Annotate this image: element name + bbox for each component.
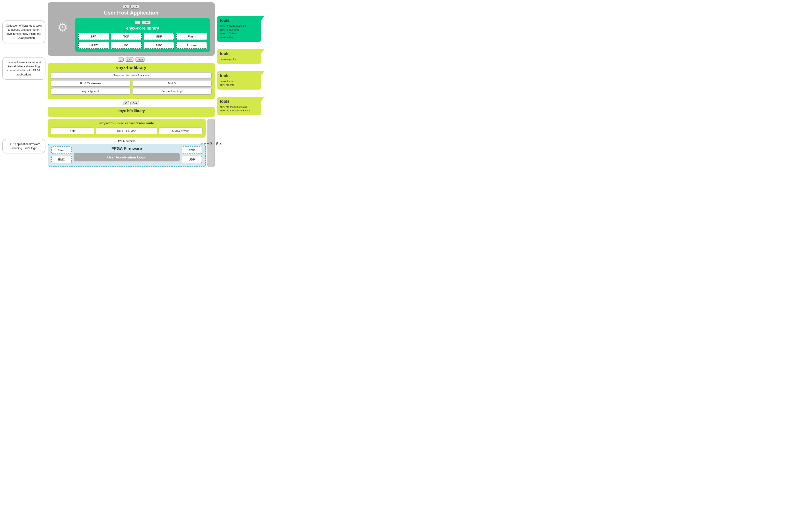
enyx-core-box: C C++ enyx-core library SFP TCP UDP Flas… (75, 18, 210, 52)
fpga-chip-flash: Flash (51, 147, 72, 154)
tools-items-1: enyx-firmware-manager enyx-xupp3r-bmc en… (220, 24, 258, 39)
pci-text: PCI (118, 140, 122, 142)
fpga-right-chips: TCP UDP (181, 147, 202, 163)
hw-mock-bar: HWMock (208, 119, 215, 167)
core-lang-cpp: C++ (142, 20, 151, 24)
tools-title-4: tools (220, 99, 258, 104)
kernel-driver-title: enyx-hfp Linux kernel driver suite (51, 121, 202, 125)
hw-outer-box: enyx-hw library Register discovery & acc… (48, 63, 215, 99)
host-lang-cpp: C++ (131, 4, 139, 8)
tools-items-2: enyx-inspector (220, 57, 258, 61)
kernel-cell-netif: netif (51, 127, 94, 134)
hfp-library-title: enyx-hfp library (51, 109, 212, 113)
hw-cell-rx-tx: Rx & Tx streams (51, 80, 131, 87)
hfp-outer-box: enyx-hfp library (48, 107, 215, 117)
fpga-chip-tcp: TCP (181, 147, 202, 154)
tools-box-1: tools enyx-firmware-manager enyx-xupp3r-… (217, 16, 262, 42)
fpga-left-chips: Flash BMC (51, 147, 72, 163)
hfp-library-section: C C++ enyx-hfp library (48, 101, 215, 117)
user-host-app-box: C C++ User Host Application ⚙ C C++ enyx… (48, 2, 215, 56)
kernel-outer-box: enyx-hfp Linux kernel driver suite netif… (48, 119, 206, 137)
chip-flash: Flash (176, 33, 207, 40)
chip-bmc: BMC (143, 42, 175, 49)
chip-probes: Probes (176, 42, 207, 49)
fpga-inner-layout: Flash BMC FPGA Firmware User Acceleratio… (51, 147, 202, 163)
tools-box-4: tools enyx-hfp-modules-install enyx-hfp-… (217, 97, 262, 115)
kernel-cells-row: netif Rx & Tx DMAs MMIO device (51, 127, 202, 134)
hw-library-section: C C++ Java enyx-hw library Register disc… (48, 58, 215, 99)
hw-cell-mmio: MMIO (132, 80, 212, 87)
hw-lang-c: C (118, 58, 123, 62)
tools-box-3: tools enyx-hfp-stats enyx-hfp-info (217, 71, 262, 90)
chip-i2c: I²C (111, 42, 142, 49)
tools-title-1: tools (220, 18, 258, 23)
tools-box-2: tools enyx-inspector (217, 49, 262, 64)
express-text: EXPRESS (126, 140, 135, 142)
host-lang-c: C (123, 4, 129, 8)
hw-row-hfp: enyx-hfp impl. HW mocking impl. (51, 88, 212, 95)
hfp-lang-c: C (123, 101, 129, 105)
fpga-chip-bmc: BMC (51, 156, 72, 163)
gear-icon: ⚙ (57, 20, 68, 34)
architecture-diagram: Collection of libraries & tools to acces… (2, 2, 262, 167)
chip-tcp: TCP (111, 33, 142, 40)
host-app-lang-badges: C C++ (52, 4, 210, 8)
fpga-center-content: FPGA Firmware User Acceleration Logic (74, 147, 180, 163)
fpga-outer-box: Flash BMC FPGA Firmware User Acceleratio… (48, 144, 206, 167)
hfp-lang-cpp: C++ (131, 101, 139, 105)
note-core-library: Collection of libraries & tools to acces… (2, 20, 45, 43)
hw-mock-label: HWMock (200, 141, 222, 145)
center-diagram: C C++ User Host Application ⚙ C C++ enyx… (48, 2, 215, 167)
left-notes-panel: Collection of libraries & tools to acces… (2, 2, 45, 153)
tools-title-2: tools (220, 51, 258, 56)
fpga-firmware-title: FPGA Firmware (111, 147, 142, 151)
fpga-section: PCI ➤ EXPRESS Flash BMC (48, 139, 206, 167)
hw-row-streams: Rx & Tx streams MMIO (51, 80, 212, 87)
hw-lang-cpp: C++ (125, 58, 134, 62)
note-hw-library: Base software libraries and kernel drive… (2, 57, 45, 80)
gear-area: ⚙ (52, 18, 73, 34)
kernel-cell-mmio: MMIO device (159, 127, 202, 134)
chip-uart: UART (78, 42, 109, 49)
note-fpga: FPGA application firmware, including use… (2, 139, 45, 153)
core-lang-badges: C C++ (78, 20, 207, 24)
right-tools-panel: tools enyx-firmware-manager enyx-xupp3r-… (217, 2, 262, 115)
user-acceleration-logic: User Acceleration Logic (74, 153, 180, 162)
hw-lang-java: Java (135, 58, 145, 62)
hw-cell-hfp-impl: enyx-hfp impl. (51, 88, 131, 95)
kernel-cell-dma: Rx & Tx DMAs (96, 127, 157, 134)
core-lang-c: C (135, 20, 140, 24)
kernel-hwmock-row: enyx-hfp Linux kernel driver suite netif… (48, 119, 215, 167)
hw-cell-hw-mocking: HW mocking impl. (132, 88, 212, 95)
hw-row-register: Register discovery & access (51, 72, 212, 79)
pci-arrow-icon: ➤ (123, 139, 125, 143)
hw-library-title: enyx-hw library (51, 65, 212, 70)
tools-items-3: enyx-hfp-stats enyx-hfp-info (220, 79, 258, 87)
tools-items-4: enyx-hfp-modules-install enyx-hfp-module… (220, 105, 258, 113)
host-app-title: User Host Application (52, 10, 210, 16)
hfp-lang-badges: C C++ (48, 101, 215, 105)
host-inner-layout: ⚙ C C++ enyx-core library SFP TCP UDP Fl… (52, 18, 210, 52)
hw-lang-badges: C C++ Java (48, 58, 215, 62)
pci-express-logo: PCI ➤ EXPRESS (48, 139, 206, 143)
core-chips-grid: SFP TCP UDP Flash UART I²C BMC Probes (78, 33, 207, 49)
fpga-chip-udp: UDP (181, 156, 202, 163)
tools-title-3: tools (220, 73, 258, 78)
core-library-title: enyx-core library (78, 26, 207, 31)
chip-udp: UDP (143, 33, 175, 40)
chip-sfp: SFP (78, 33, 109, 40)
kernel-side: enyx-hfp Linux kernel driver suite netif… (48, 119, 206, 167)
